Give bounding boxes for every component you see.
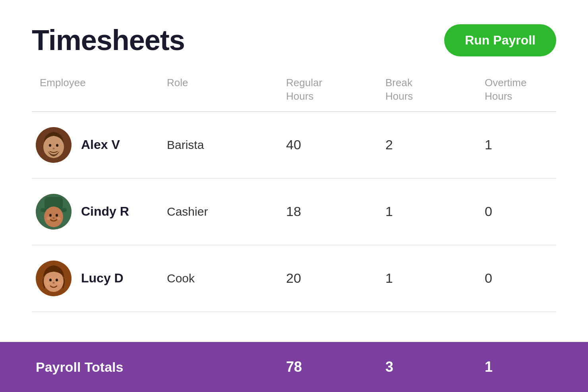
svg-point-12: [46, 217, 50, 220]
totals-label: Payroll Totals: [32, 359, 167, 375]
table-row: Cindy R Cashier 18 1 0: [32, 179, 556, 245]
table-row: Alex V Barista 40 2 1: [32, 112, 556, 179]
break-hours-cindy: 1: [385, 204, 485, 219]
header-row: Timesheets Run Payroll: [32, 24, 556, 56]
avatar-cindy: [36, 194, 72, 230]
totals-regular-hours: 78: [286, 359, 385, 375]
overtime-hours-lucy: 0: [485, 270, 584, 286]
role-cell-cindy: Cashier: [167, 205, 286, 218]
employee-cell-cindy: Cindy R: [32, 194, 167, 230]
page-container: Timesheets Run Payroll Employee Role Reg…: [0, 0, 588, 392]
avatar-alex: [36, 127, 72, 163]
role-cell-alex: Barista: [167, 138, 286, 152]
svg-point-17: [56, 278, 58, 281]
col-header-overtime-hours: OvertimeHours: [485, 76, 584, 103]
svg-point-9: [49, 214, 52, 216]
svg-point-16: [49, 278, 52, 281]
totals-row: Payroll Totals 78 3 1: [0, 342, 588, 392]
employee-cell-lucy: Lucy D: [32, 261, 167, 296]
break-hours-alex: 2: [385, 137, 485, 153]
overtime-hours-cindy: 0: [485, 204, 584, 219]
svg-point-18: [53, 282, 55, 284]
table-row: Lucy D Cook 20 1 0: [32, 245, 556, 312]
svg-point-2: [49, 144, 51, 147]
svg-point-3: [56, 144, 58, 147]
table-body: Alex V Barista 40 2 1: [32, 112, 556, 342]
svg-point-11: [53, 217, 55, 219]
svg-point-10: [56, 214, 58, 216]
regular-hours-alex: 40: [286, 137, 385, 153]
svg-point-20: [57, 282, 61, 285]
page-title: Timesheets: [32, 24, 185, 56]
employee-cell-alex: Alex V: [32, 127, 167, 163]
col-header-break-hours: BreakHours: [385, 76, 485, 103]
col-header-role: Role: [167, 76, 286, 103]
overtime-hours-alex: 1: [485, 137, 584, 153]
svg-point-8: [44, 207, 63, 227]
col-header-regular-hours: RegularHours: [286, 76, 385, 103]
regular-hours-cindy: 18: [286, 204, 385, 219]
timesheet-table: Employee Role RegularHours BreakHours Ov…: [32, 76, 556, 392]
role-cell-lucy: Cook: [167, 272, 286, 285]
avatar-lucy: [36, 261, 72, 296]
svg-point-19: [46, 282, 50, 285]
table-header: Employee Role RegularHours BreakHours Ov…: [32, 76, 556, 112]
totals-break-hours: 3: [385, 359, 485, 375]
totals-overtime-hours: 1: [485, 359, 584, 375]
run-payroll-button[interactable]: Run Payroll: [444, 24, 556, 56]
col-header-employee: Employee: [32, 76, 167, 103]
employee-name-lucy: Lucy D: [81, 271, 124, 286]
break-hours-lucy: 1: [385, 270, 485, 286]
regular-hours-lucy: 20: [286, 270, 385, 286]
employee-name-cindy: Cindy R: [81, 204, 129, 219]
svg-point-13: [57, 217, 61, 220]
svg-point-4: [53, 148, 55, 149]
employee-name-alex: Alex V: [81, 137, 120, 152]
